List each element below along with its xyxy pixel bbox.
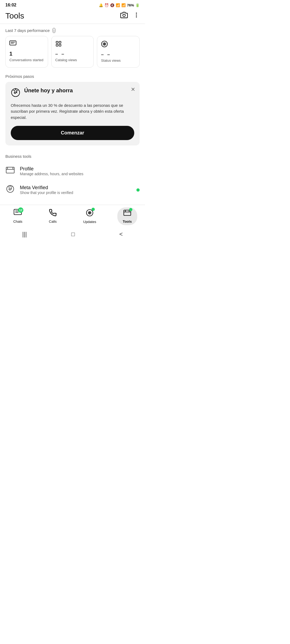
system-nav-bar: ||| □ < [0,226,145,240]
promo-badge-icon [11,88,20,99]
recents-button[interactable]: ||| [22,231,27,238]
conversations-label: Conversations started [9,58,44,63]
status-icon [101,41,136,49]
status-bar: 16:02 🔔 ⏰ 🔇 📶 📶 76% 🔋 [0,0,145,9]
promo-header: Únete hoy y ahorra [11,87,134,99]
wifi-icon: 📶 [116,3,120,7]
stat-catalog: – – Catalog views [51,36,94,68]
conversations-icon [9,41,44,48]
info-icon: i [52,28,55,33]
nav-item-tools[interactable]: Tools [117,207,137,225]
signal-icon: 📶 [121,3,126,7]
updates-icon [86,209,94,219]
chats-badge: 12 [18,207,23,213]
nav-item-chats[interactable]: 12 Chats [8,207,28,225]
svg-point-13 [104,43,105,45]
svg-point-0 [123,14,125,17]
svg-point-14 [12,89,20,97]
svg-rect-4 [10,41,16,45]
calls-icon [49,209,57,218]
mute-icon: 🔇 [110,3,114,7]
svg-point-2 [136,14,137,16]
updates-label: Updates [83,220,96,224]
tools-icon [123,209,131,218]
svg-point-1 [136,13,137,14]
catalog-label: Catalog views [55,58,90,63]
svg-rect-10 [59,44,61,46]
profile-tool-item[interactable]: Profile Manage address, hours, and websi… [0,162,145,180]
catalog-icon [55,41,90,49]
stat-conversations: 1 Conversations started [5,36,48,68]
svg-rect-16 [8,167,13,169]
status-value: – – [101,52,136,57]
svg-point-18 [7,185,14,192]
battery-full-icon: 🔋 [135,3,140,7]
business-tools-label: Business tools [0,150,145,162]
tools-dot [129,208,132,211]
profile-subtitle: Manage address, hours, and websites [20,172,140,176]
next-steps-label: Próximos pasos [0,70,145,82]
tools-label: Tools [123,219,132,224]
home-button[interactable]: □ [71,231,75,238]
profile-text: Profile Manage address, hours, and websi… [20,166,140,176]
meta-verified-title: Meta Verified [20,185,132,191]
nav-item-calls[interactable]: Calls [44,207,62,225]
svg-rect-9 [56,44,58,46]
stat-status: – – Status views [97,36,140,68]
promo-close-button[interactable]: ✕ [131,86,135,93]
chats-label: Chats [13,219,22,224]
battery-percent: 76% [127,3,134,7]
catalog-value: – – [55,51,90,57]
meta-verified-icon [5,185,15,195]
alarm-icon: ⏰ [104,3,109,7]
profile-icon [5,166,15,176]
promo-card: ✕ Únete hoy y ahorra Ofrecemos hasta un … [5,82,140,146]
profile-title: Profile [20,166,140,172]
performance-section-label: Last 7 days performance i [0,24,145,36]
updates-dot [92,208,95,211]
camera-icon[interactable] [120,11,128,20]
nav-item-updates[interactable]: Updates [78,207,102,225]
conversations-value: 1 [9,51,44,57]
status-label: Status views [101,58,136,63]
svg-rect-26 [125,210,129,212]
calls-label: Calls [49,219,57,224]
svg-rect-7 [56,41,58,43]
battery-icon: 🔔 [99,3,103,7]
back-button[interactable]: < [119,231,123,238]
page-header: Tools [0,9,145,24]
comenzar-button[interactable]: Comenzar [11,126,134,140]
svg-rect-25 [124,210,131,215]
promo-title: Únete hoy y ahorra [24,87,73,94]
more-options-icon[interactable] [133,12,140,20]
page-title: Tools [5,11,24,20]
status-time: 16:02 [5,3,16,8]
stats-row: 1 Conversations started – – Catalog view… [0,36,145,70]
status-icons: 🔔 ⏰ 🔇 📶 📶 76% 🔋 [99,3,140,7]
meta-verified-subtitle: Show that your profile is verified [20,191,132,195]
meta-verified-status-dot [136,188,140,192]
promo-body: Ofrecemos hasta un 30 % de descuento a l… [11,103,134,121]
chats-icon: 12 [14,209,22,218]
svg-point-3 [136,16,137,17]
meta-verified-text: Meta Verified Show that your profile is … [20,185,132,195]
meta-verified-tool-item[interactable]: Meta Verified Show that your profile is … [0,180,145,199]
svg-point-24 [89,212,90,213]
header-actions [120,11,140,20]
bottom-nav: 12 Chats Calls Updates [0,205,145,226]
svg-rect-8 [59,41,61,43]
